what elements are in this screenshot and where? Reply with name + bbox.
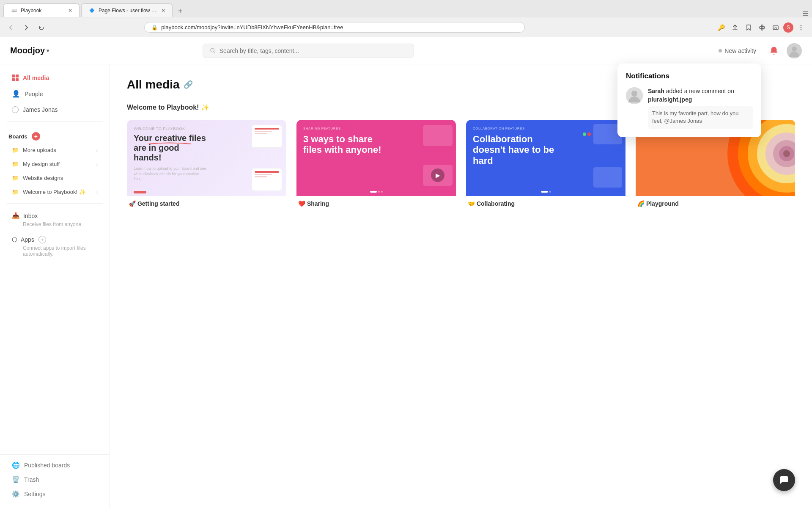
tab-close-playbook[interactable]: ✕ [68, 8, 72, 14]
people-label: People [25, 91, 43, 97]
card-emoji-playground: 🌈 [637, 200, 645, 207]
link-icon[interactable]: 🔗 [184, 80, 193, 89]
tab-pageflows[interactable]: 🔷 Page Flows - user flow design... ✕ [81, 3, 173, 17]
address-bar[interactable]: 🔒 playbook.com/moodjoy?invite=nYUDb8EiXN… [144, 22, 525, 33]
board-icon-welcome: 📁 [12, 189, 19, 195]
card-getting-started[interactable]: WELCOME TO PLAYBOOK Your creative files … [127, 120, 286, 207]
sidebar-item-james-jonas[interactable]: James Jonas [3, 103, 106, 116]
search-bar[interactable] [203, 44, 414, 58]
board-icon-more: 📁 [12, 147, 19, 153]
board-label-welcome: Welcome to Playbook! ✨ [23, 189, 86, 195]
tab-playbook[interactable]: 📖 Playbook ✕ [3, 3, 80, 17]
new-tab-button[interactable]: + [174, 5, 186, 17]
card-emoji-getting-started: 🚀 [129, 200, 136, 207]
user-circle-icon [12, 106, 19, 113]
card-collaborating[interactable]: COLLABORATION FEATURES Collaboration doe… [466, 120, 625, 207]
new-activity-button[interactable]: New activity [713, 45, 761, 57]
search-input[interactable] [219, 47, 407, 54]
card-sharing[interactable]: SHARING FEATURES 3 ways to share files w… [296, 120, 456, 207]
bookmark-icon [745, 24, 752, 31]
notification-popup: Notifications Sarah added a new comment … [617, 64, 761, 137]
sidebar-published-boards[interactable]: 🌐 Published boards [3, 458, 106, 472]
svg-point-7 [801, 27, 801, 28]
card-getting-started-label: 🚀 Getting started [127, 200, 286, 207]
sidebar-apps[interactable]: ⬡ Apps + Connect apps to import files au… [3, 232, 106, 260]
back-icon [8, 24, 14, 31]
chevron-right-icon-3: › [96, 190, 98, 195]
browser-menu-btn[interactable] [795, 22, 807, 33]
tab-favicon-pageflows: 🔷 [88, 7, 95, 14]
apps-icon: ⬡ [12, 236, 17, 243]
notification-popup-title: Notifications [626, 72, 753, 80]
sidebar-inbox[interactable]: 📥 Inbox Receive files from anyone. [3, 209, 106, 231]
profile-initial: S [787, 25, 790, 30]
extensions-button[interactable] [756, 22, 768, 33]
forward-button[interactable] [20, 22, 32, 33]
add-app-button[interactable]: + [38, 236, 46, 243]
board-label-design: My design stuff [23, 161, 60, 167]
sharing-sublabel: SHARING FEATURES [303, 127, 385, 130]
url-text: playbook.com/moodjoy?invite=nYUDb8EiXNYh… [161, 24, 343, 30]
three-dot-icon [798, 24, 804, 31]
trash-icon: 🗑️ [12, 476, 20, 483]
tab-favicon-playbook: 📖 [11, 7, 17, 14]
cast-button[interactable] [770, 22, 782, 33]
header-right: New activity [713, 43, 802, 58]
notification-item[interactable]: Sarah added a new comment on pluralsight… [626, 87, 753, 129]
forward-icon [23, 24, 30, 31]
sharing-headline: 3 ways to share files with anyone! [303, 134, 385, 155]
bookmark-button[interactable] [743, 22, 754, 33]
chat-icon [779, 475, 789, 485]
cast-icon [772, 24, 779, 31]
notification-avatar [626, 87, 643, 104]
sidebar-board-design[interactable]: 📁 My design stuff › [3, 158, 106, 170]
inbox-label: Inbox [23, 213, 38, 219]
notification-file: pluralsight.jpeg [648, 96, 692, 103]
sidebar-divider-2 [7, 203, 103, 204]
browser-menu-icon[interactable] [802, 10, 809, 17]
bell-icon [769, 46, 779, 55]
user-avatar[interactable] [787, 43, 802, 58]
chat-button[interactable] [773, 469, 795, 491]
inbox-sublabel: Receive files from anyone. [12, 220, 98, 227]
card-text-sharing: Sharing [307, 200, 329, 207]
all-media-grid-icon [12, 75, 19, 81]
card-emoji-sharing: ❤️ [298, 200, 305, 207]
sidebar-board-website[interactable]: 📁 Website designs [3, 172, 106, 184]
tab-close-pageflows[interactable]: ✕ [161, 8, 165, 14]
svg-point-21 [631, 91, 637, 97]
gear-icon: ⚙️ [12, 490, 20, 498]
svg-point-6 [801, 25, 801, 25]
svg-rect-0 [760, 27, 761, 28]
bell-button[interactable] [766, 43, 782, 58]
svg-point-11 [792, 47, 797, 52]
extensions-icon [759, 24, 765, 31]
sidebar-board-welcome[interactable]: 📁 Welcome to Playbook! ✨ › [3, 186, 106, 198]
add-board-button[interactable]: + [32, 132, 40, 141]
board-icon-website: 📁 [12, 175, 19, 181]
key-button[interactable]: 🔑 [716, 22, 727, 33]
refresh-button[interactable] [36, 22, 47, 33]
card-text-collaborating: Collaborating [477, 200, 515, 207]
sidebar-item-people[interactable]: 👤 People [3, 86, 106, 101]
sidebar-divider-1 [7, 121, 103, 122]
tab-label-pageflows: Page Flows - user flow design... [99, 8, 158, 14]
sidebar-board-more-uploads[interactable]: 📁 More uploads › [3, 144, 106, 156]
card-collaborating-label: 🤝 Collaborating [466, 200, 625, 207]
profile-button[interactable]: S [783, 22, 793, 33]
sidebar-settings[interactable]: ⚙️ Settings [3, 487, 106, 501]
notification-body: This is my favorite part, how do you fee… [648, 106, 753, 128]
card-playground-label: 🌈 Playground [636, 200, 795, 207]
browser-tabs: 📖 Playbook ✕ 🔷 Page Flows - user flow de… [0, 0, 812, 17]
james-jonas-label: James Jonas [23, 106, 58, 113]
share-button[interactable] [729, 22, 741, 33]
back-button[interactable] [5, 22, 17, 33]
sidebar-item-all-media[interactable]: All media [3, 71, 106, 85]
app-header: Moodjoy ▾ New activity [0, 37, 812, 64]
refresh-icon [38, 24, 45, 31]
inbox-icon: 📥 [12, 212, 20, 220]
apps-label: Apps [21, 236, 34, 243]
logo[interactable]: Moodjoy ▾ [10, 46, 49, 55]
sidebar-trash[interactable]: 🗑️ Trash [3, 472, 106, 487]
share-icon [732, 24, 738, 31]
